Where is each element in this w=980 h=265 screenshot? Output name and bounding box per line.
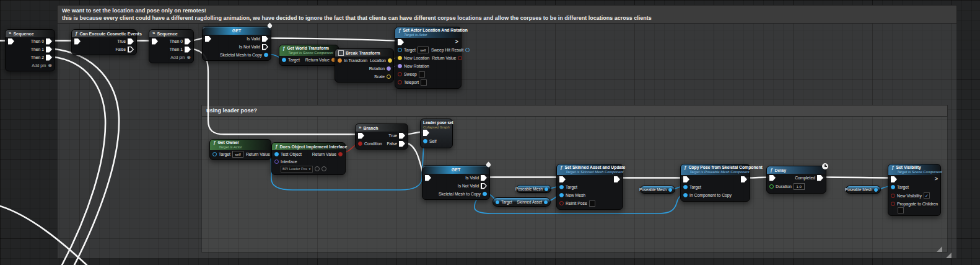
new-visibility-pin[interactable] [891, 194, 895, 198]
self-literal[interactable]: self [418, 47, 429, 53]
node-sequence-2[interactable]: » Sequence Then 0 Then 1 Add pin⊕ [149, 29, 194, 63]
node-copy-pose-from-skeletal-component[interactable]: ƒCopy Pose from Skeletal Component Targe… [680, 164, 750, 202]
exec-in-pin[interactable] [423, 130, 429, 136]
then1-exec-out-pin[interactable] [46, 47, 52, 53]
self-pin[interactable] [423, 139, 427, 143]
wire-exec[interactable] [0, 206, 87, 265]
propagate-to-children-checkbox[interactable] [898, 207, 904, 213]
teleport-checkbox[interactable] [421, 79, 427, 86]
completed-exec-out-pin[interactable] [817, 175, 823, 181]
then0-exec-out-pin[interactable] [46, 38, 52, 45]
node-set-visibility[interactable]: ƒSet Visibility Target is Scene Componen… [888, 164, 941, 216]
node-branch[interactable]: » Branch True Condition False [355, 124, 408, 150]
wire-exec[interactable] [52, 49, 119, 265]
exec-in-pin[interactable] [683, 176, 689, 182]
node-delay[interactable]: ƒ Delay Completed Duration1.0 [766, 166, 826, 194]
exec-in-pin[interactable] [769, 175, 776, 181]
add-pin-icon[interactable]: ⊕ [48, 63, 52, 68]
in-component-to-copy-pin[interactable] [683, 193, 688, 197]
target-pin[interactable] [683, 185, 688, 189]
use-selected-icon[interactable] [315, 166, 320, 171]
new-rotation-pin[interactable] [398, 64, 402, 68]
wire-exec[interactable] [268, 38, 400, 41]
interface-pin[interactable] [274, 159, 279, 164]
new-location-pin[interactable] [398, 56, 402, 60]
node-set-skinned-asset-and-update[interactable]: ƒSet Skinned Asset and Update Target is … [556, 164, 623, 210]
skeletal-mesh-out-pin[interactable] [483, 192, 487, 196]
is-not-valid-exec-out-pin[interactable] [262, 44, 268, 50]
variable-poseable-mesh[interactable]: Poseable Mesh [516, 185, 551, 193]
exec-in-pin[interactable] [425, 175, 431, 181]
true-exec-out-pin[interactable] [128, 38, 134, 45]
location-out-pin[interactable] [388, 58, 392, 63]
duration-value[interactable]: 1.0 [794, 183, 805, 190]
blueprint-graph-canvas[interactable]: We want to set the location and pose onl… [0, 0, 980, 265]
skinned-asset-out-pin[interactable] [544, 200, 548, 204]
duration-pin[interactable] [769, 184, 774, 189]
node-set-actor-location-and-rotation[interactable]: ƒSet Actor Location And Rotation Target … [395, 27, 462, 89]
test-object-pin[interactable] [274, 152, 279, 156]
wire-exec[interactable] [52, 57, 105, 265]
node-get-owner[interactable]: ƒGet Owner Target is Actor Targetself Re… [209, 139, 271, 160]
node-get-skeletal-mesh-2[interactable]: GET Is Valid Is Not Valid Skeletal Mesh … [422, 165, 490, 200]
variable-out-pin[interactable] [874, 188, 878, 192]
target-pin[interactable] [212, 152, 217, 156]
is-valid-exec-out-pin[interactable] [262, 36, 268, 42]
is-valid-exec-out-pin[interactable] [481, 175, 487, 181]
node-can-execute-cosmetic-events[interactable]: ƒ Can Execute Cosmetic Events True False [71, 29, 137, 55]
exec-in-pin[interactable] [74, 38, 81, 45]
then1-exec-out-pin[interactable] [185, 47, 191, 53]
return-value-pin[interactable] [458, 56, 462, 60]
new-visibility-checkbox[interactable]: ✓ [924, 192, 930, 199]
target-pin[interactable] [398, 48, 402, 52]
teleport-pin[interactable] [398, 80, 402, 84]
exec-out-pin[interactable] [741, 176, 747, 182]
target-pin[interactable] [891, 185, 895, 189]
browse-icon[interactable] [322, 166, 326, 171]
exec-in-pin[interactable] [152, 38, 158, 45]
then0-exec-out-pin[interactable] [185, 38, 191, 45]
exec-in-pin[interactable] [205, 36, 211, 42]
variable-poseable-mesh[interactable]: Poseable Mesh [846, 186, 881, 194]
exec-in-pin[interactable] [8, 38, 14, 45]
target-pin[interactable] [282, 58, 286, 62]
variable-out-pin[interactable] [668, 188, 672, 192]
add-pin-icon[interactable]: ⊕ [186, 55, 191, 60]
return-value-pin[interactable] [338, 152, 343, 156]
is-not-valid-exec-out-pin[interactable] [481, 183, 487, 189]
exec-out-pin[interactable]: > [935, 176, 938, 182]
false-exec-out-pin[interactable] [399, 141, 405, 147]
exec-in-pin[interactable] [559, 176, 566, 182]
skeletal-mesh-out-pin[interactable] [264, 53, 268, 57]
node-get-skeletal-mesh-1[interactable]: GET Is Valid Is Not Valid Skeletal Mesh … [202, 26, 271, 61]
sweep-checkbox[interactable] [419, 71, 425, 78]
exec-out-pin[interactable]: > [455, 39, 458, 45]
reinit-pose-pin[interactable] [559, 201, 564, 205]
condition-pin[interactable] [358, 141, 362, 146]
scale-out-pin[interactable] [387, 74, 391, 79]
node-sequence-1[interactable]: » Sequence Then 0 Then 1 Then 2 Add pin⊕ [5, 29, 55, 71]
then2-exec-out-pin[interactable] [46, 55, 52, 61]
exec-out-pin[interactable] [614, 176, 620, 182]
interface-dropdown[interactable]: BPI Leader Pos▼ [281, 166, 313, 173]
exec-in-pin[interactable] [891, 176, 897, 182]
node-does-object-implement-interface[interactable]: ƒ Does Object Implement Interface Test O… [271, 142, 346, 175]
propagate-to-children-pin[interactable] [891, 202, 895, 206]
self-literal[interactable]: self [232, 151, 243, 158]
target-pin[interactable] [559, 185, 564, 189]
sweep-hit-result-pin[interactable] [465, 48, 470, 52]
node-break-transform[interactable]: Break Transform In Transform Location Ro… [335, 48, 394, 83]
sweep-pin[interactable] [398, 72, 402, 76]
true-exec-out-pin[interactable] [399, 133, 405, 139]
in-transform-pin[interactable] [338, 58, 342, 63]
rotation-out-pin[interactable] [387, 66, 391, 71]
node-get-skinned-asset-compact[interactable]: Target Skinned Asset [492, 197, 551, 207]
exec-in-pin[interactable] [398, 39, 404, 45]
new-mesh-pin[interactable] [559, 193, 564, 197]
variable-poseable-mesh[interactable]: Poseable Mesh [640, 186, 675, 194]
exec-in-pin[interactable] [358, 133, 364, 139]
reinit-pose-checkbox[interactable] [589, 200, 595, 207]
node-get-world-transform[interactable]: ƒGet World Transform Target is Scene Com… [279, 45, 339, 66]
false-exec-out-pin[interactable] [128, 47, 134, 53]
variable-out-pin[interactable] [545, 187, 548, 191]
